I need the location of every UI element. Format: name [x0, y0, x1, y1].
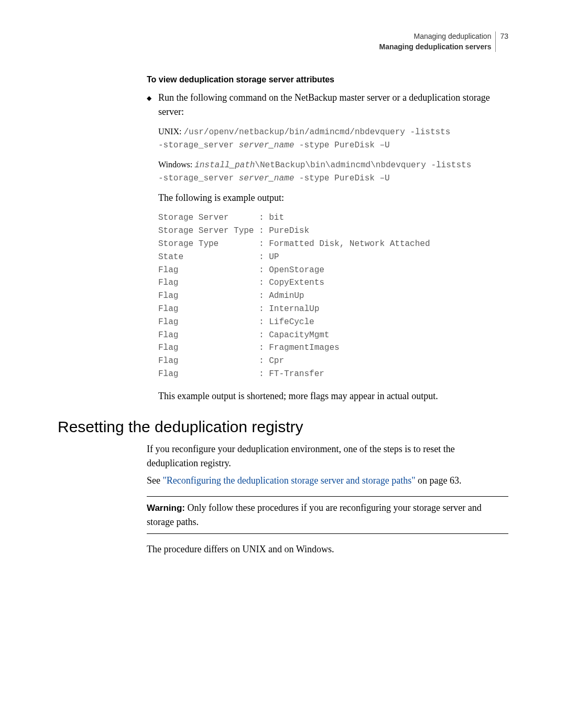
windows-line1b: \NetBackup\bin\admincmd\nbdevquery -list… [255, 160, 471, 170]
unix-label: UNIX: [158, 127, 183, 136]
warning-text: Only follow these procedures if you are … [147, 502, 482, 527]
windows-line2a: -storage_server [158, 174, 239, 183]
see-prefix: See [147, 475, 163, 486]
example-note: This example output is shortened; more f… [158, 389, 508, 403]
unix-line2a: -storage_server [158, 141, 239, 150]
section-title: To view deduplication storage server att… [147, 75, 508, 84]
see-link[interactable]: "Reconfiguring the deduplication storage… [163, 475, 416, 486]
running-header: Managing deduplication Managing deduplic… [58, 31, 508, 52]
running-header-line1: Managing deduplication [379, 31, 491, 42]
unix-server-name: server_name [239, 141, 295, 150]
unix-line2b: -stype PureDisk –U [294, 141, 389, 150]
bullet-icon: ◆ [147, 93, 158, 119]
warning-label: Warning: [147, 503, 185, 513]
bullet-text: Run the following command on the NetBack… [158, 91, 508, 119]
example-intro: The following is example output: [158, 191, 508, 205]
page-number: 73 [496, 31, 508, 42]
warning-block: Warning: Only follow these procedures if… [147, 501, 508, 529]
windows-label: Windows: [158, 160, 194, 169]
divider [147, 533, 508, 534]
unix-line1: /usr/openv/netbackup/bin/admincmd/nbdevq… [183, 127, 450, 137]
see-suffix: on page 63. [416, 475, 462, 486]
unix-command: UNIX: /usr/openv/netbackup/bin/admincmd/… [158, 125, 508, 152]
paragraph-procedure-differs: The procedure differs on UNIX and on Win… [147, 542, 508, 556]
page: Managing deduplication Managing deduplic… [0, 0, 566, 598]
windows-server-name: server_name [239, 174, 295, 183]
windows-command: Windows: install_path\NetBackup\bin\admi… [158, 158, 508, 185]
example-output: Storage Server : bit Storage Server Type… [158, 211, 508, 380]
windows-line2b: -stype PureDisk –U [294, 174, 389, 183]
heading-resetting-registry: Resetting the deduplication registry [58, 418, 508, 436]
divider [147, 496, 508, 497]
see-also-line: See "Reconfiguring the deduplication sto… [147, 474, 508, 488]
windows-install-path: install_path [194, 160, 255, 170]
paragraph-reset-intro: If you reconfigure your deduplication en… [147, 442, 508, 470]
running-header-line2: Managing deduplication servers [379, 42, 491, 52]
